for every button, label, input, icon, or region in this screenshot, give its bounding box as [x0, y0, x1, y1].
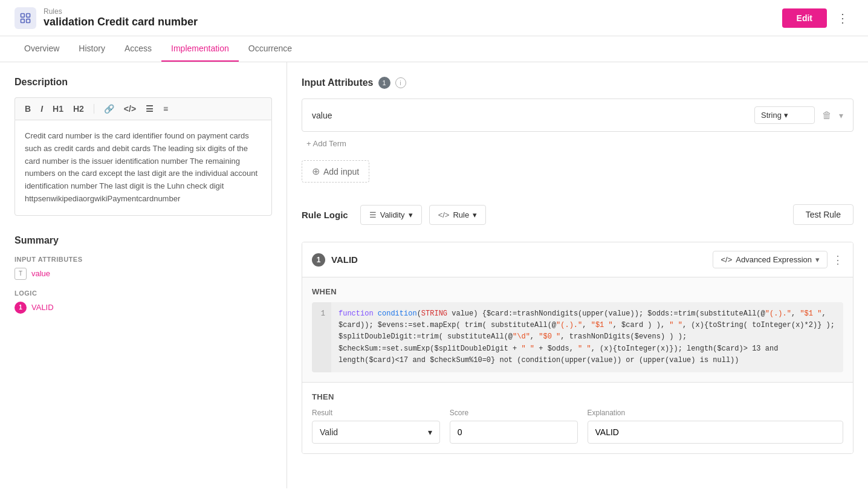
- ordered-list-button[interactable]: ≡: [161, 103, 170, 115]
- edit-button[interactable]: Edit: [782, 8, 827, 28]
- summary-valid-link[interactable]: VALID: [31, 303, 54, 312]
- valid-block: 1 VALID </> Advanced Expression ▾ ⋮ WHEN…: [302, 242, 853, 454]
- svg-rect-0: [21, 13, 25, 17]
- rule-code-icon: </>: [438, 210, 450, 219]
- bold-button[interactable]: B: [22, 103, 33, 115]
- expand-input-button[interactable]: ▾: [839, 111, 843, 120]
- add-input-label: Add input: [323, 167, 359, 176]
- adv-expr-chevron: ▾: [815, 255, 820, 264]
- type-chevron-icon: ▾: [784, 111, 788, 120]
- result-field: Result Valid ▾: [312, 409, 440, 444]
- type-select[interactable]: String ▾: [754, 106, 815, 124]
- breadcrumb: Rules: [44, 7, 782, 16]
- then-block: THEN Result Valid ▾ Score Explana: [302, 383, 853, 453]
- input-attrs-header: Input Attributes 1 i: [302, 77, 853, 89]
- adv-expr-code-icon: </>: [721, 255, 732, 264]
- result-chevron: ▾: [428, 427, 432, 437]
- score-label: Score: [450, 409, 578, 417]
- page-title: validation Credit card number: [44, 16, 782, 28]
- valid-header: 1 VALID </> Advanced Expression ▾ ⋮: [302, 242, 853, 277]
- header-actions: Edit ⋮: [782, 8, 853, 28]
- tab-access[interactable]: Access: [115, 36, 161, 62]
- explanation-input[interactable]: [588, 421, 844, 444]
- header-text: Rules validation Credit card number: [44, 7, 782, 28]
- summary-input-item: T value: [15, 268, 272, 280]
- rule-chevron: ▾: [473, 210, 477, 219]
- toolbar-divider: [94, 104, 94, 114]
- result-select[interactable]: Valid ▾: [312, 421, 440, 444]
- then-label: THEN: [312, 392, 843, 401]
- validity-icon: ☰: [369, 210, 377, 219]
- text-type-icon: T: [15, 268, 27, 280]
- explanation-label: Explanation: [588, 409, 844, 417]
- advanced-expression-button[interactable]: </> Advanced Expression ▾: [713, 251, 828, 268]
- h1-button[interactable]: H1: [50, 103, 66, 115]
- info-icon[interactable]: i: [395, 77, 406, 88]
- code-line-number: 1: [312, 302, 331, 372]
- description-title: Description: [15, 77, 272, 88]
- link-button[interactable]: 🔗: [102, 103, 117, 115]
- rule-select[interactable]: </> Rule ▾: [429, 205, 487, 225]
- add-input-button[interactable]: ⊕ Add input: [302, 160, 369, 183]
- then-row: Result Valid ▾ Score Explanation: [312, 409, 843, 444]
- validity-select[interactable]: ☰ Validity ▾: [360, 205, 422, 225]
- input-attrs-title: Input Attributes: [302, 77, 374, 88]
- rule-label: Rule: [453, 210, 469, 219]
- when-label: WHEN: [312, 287, 843, 296]
- valid-title: VALID: [331, 254, 713, 265]
- add-input-icon: ⊕: [312, 166, 320, 177]
- summary-title: Summary: [15, 235, 272, 246]
- result-label: Result: [312, 409, 440, 417]
- adv-expr-label: Advanced Expression: [736, 255, 812, 264]
- validity-chevron: ▾: [409, 210, 413, 219]
- tab-occurrence[interactable]: Occurrence: [239, 36, 302, 62]
- nav-tabs: Overview History Access Implementation O…: [0, 36, 868, 62]
- add-term-button[interactable]: + Add Term: [302, 137, 351, 151]
- italic-button[interactable]: I: [38, 103, 45, 115]
- rule-logic-bar: Rule Logic ☰ Validity ▾ </> Rule ▾ Test …: [302, 197, 853, 232]
- input-value-field[interactable]: [312, 111, 750, 120]
- app-icon: [15, 7, 36, 29]
- svg-rect-1: [27, 13, 30, 17]
- when-block: WHEN 1 function condition(STRING value) …: [302, 277, 853, 383]
- list-button[interactable]: ☰: [143, 103, 156, 115]
- valid-block-more-button[interactable]: ⋮: [832, 253, 843, 267]
- more-options-button[interactable]: ⋮: [832, 8, 853, 28]
- input-attrs-label: INPUT ATTRIBUTES: [15, 256, 272, 263]
- summary-section: Summary INPUT ATTRIBUTES T value LOGIC 1…: [15, 235, 272, 314]
- code-button[interactable]: </>: [121, 103, 138, 115]
- main-content: Description B I H1 H2 🔗 </> ☰ ≡ Credit c…: [0, 62, 868, 488]
- valid-number: 1: [312, 253, 325, 267]
- validity-label: Validity: [380, 210, 405, 219]
- right-panel: Input Attributes 1 i String ▾ 🗑 ▾ + Add …: [287, 62, 868, 488]
- logic-badge: 1: [15, 302, 27, 314]
- delete-input-button[interactable]: 🗑: [820, 108, 834, 123]
- score-field: Score: [450, 409, 578, 444]
- svg-rect-2: [21, 19, 25, 22]
- editor-content[interactable]: Credit card number is the card identifie…: [15, 120, 272, 216]
- header: Rules validation Credit card number Edit…: [0, 0, 868, 36]
- type-select-value: String: [761, 111, 782, 120]
- code-block: 1 function condition(STRING value) {$car…: [312, 302, 843, 372]
- summary-value-link[interactable]: value: [31, 269, 50, 278]
- logic-label: LOGIC: [15, 290, 272, 297]
- input-row: String ▾ 🗑 ▾: [302, 99, 853, 132]
- rule-logic-label: Rule Logic: [302, 210, 348, 220]
- tab-implementation[interactable]: Implementation: [161, 36, 239, 62]
- svg-rect-3: [27, 19, 30, 22]
- explanation-field: Explanation: [588, 409, 844, 444]
- tab-history[interactable]: History: [69, 36, 115, 62]
- editor-toolbar: B I H1 H2 🔗 </> ☰ ≡: [15, 97, 272, 120]
- h2-button[interactable]: H2: [71, 103, 86, 115]
- summary-logic-item: 1 VALID: [15, 302, 272, 314]
- test-rule-button[interactable]: Test Rule: [793, 204, 853, 225]
- code-content[interactable]: function condition(STRING value) {$card:…: [331, 302, 843, 372]
- tab-overview[interactable]: Overview: [15, 36, 69, 62]
- result-value: Valid: [320, 427, 338, 437]
- left-panel: Description B I H1 H2 🔗 </> ☰ ≡ Credit c…: [0, 62, 287, 488]
- score-input[interactable]: [450, 421, 578, 444]
- input-attrs-count: 1: [378, 77, 390, 89]
